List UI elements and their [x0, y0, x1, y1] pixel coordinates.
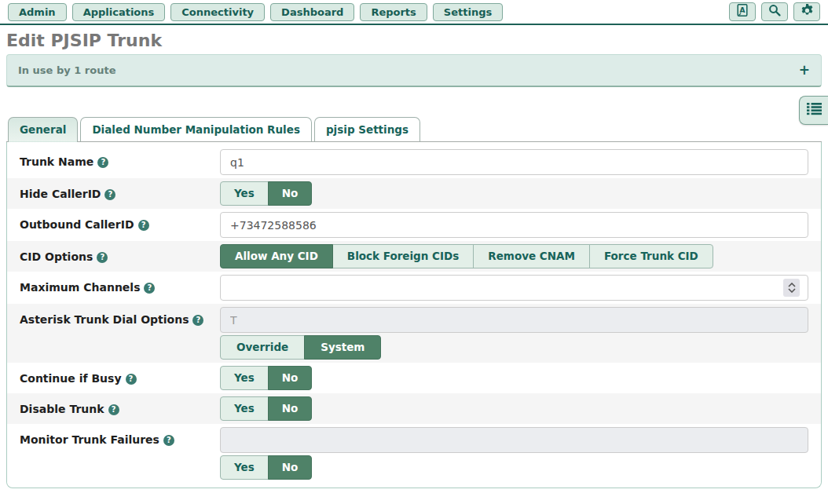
cid-option-block-foreign-cids[interactable]: Block Foreign CIDs: [332, 244, 474, 268]
trunk-name-input[interactable]: [220, 149, 808, 175]
in-use-notice-text: In use by 1 route: [18, 64, 799, 76]
in-use-notice[interactable]: In use by 1 route +: [6, 54, 822, 87]
outbound-callerid-input[interactable]: [220, 212, 808, 238]
monitor-trunk-failures-input: [220, 427, 808, 453]
continue-if-busy-no-button[interactable]: No: [268, 366, 313, 390]
help-icon[interactable]: [163, 435, 174, 446]
cid-option-allow-any-cid[interactable]: Allow Any CID: [220, 244, 333, 268]
hide-callerid-toggle: Yes No: [220, 181, 312, 206]
cid-options-label: CID Options: [20, 244, 220, 268]
cid-option-remove-cnam[interactable]: Remove CNAM: [473, 244, 590, 268]
row-hide-callerid: Hide CallerID Yes No: [7, 178, 821, 209]
hide-callerid-label-text: Hide CallerID: [20, 188, 101, 200]
cid-option-force-trunk-cid[interactable]: Force Trunk CID: [589, 244, 713, 268]
expand-plus-icon[interactable]: +: [799, 64, 810, 77]
row-asterisk-trunk-dial-options: Asterisk Trunk Dial Options Override Sys…: [7, 304, 821, 363]
nav-admin[interactable]: Admin: [8, 3, 67, 21]
help-icon[interactable]: [192, 315, 203, 326]
help-icon[interactable]: [108, 404, 119, 415]
search-icon: [768, 4, 781, 20]
trunk-name-label-text: Trunk Name: [20, 155, 93, 168]
monitor-trunk-failures-yes-button[interactable]: Yes: [220, 455, 269, 480]
trunk-name-label: Trunk Name: [20, 149, 220, 175]
settings-gear-button[interactable]: [793, 2, 820, 21]
hide-callerid-yes-button[interactable]: Yes: [220, 181, 269, 206]
list-icon: [807, 102, 822, 119]
continue-if-busy-label: Continue if Busy: [20, 366, 220, 390]
nav-reports[interactable]: Reports: [360, 3, 427, 21]
row-disable-trunk: Disable Trunk Yes No: [7, 393, 821, 424]
monitor-trunk-failures-no-button[interactable]: No: [268, 455, 313, 480]
disable-trunk-label-text: Disable Trunk: [20, 403, 104, 415]
dial-options-label-text: Asterisk Trunk Dial Options: [20, 313, 189, 326]
dial-options-override-button[interactable]: Override: [220, 335, 305, 360]
row-continue-if-busy: Continue if Busy Yes No: [7, 363, 821, 393]
maximum-channels-label-text: Maximum Channels: [20, 281, 140, 294]
cid-options-label-text: CID Options: [20, 250, 93, 263]
nav-settings[interactable]: Settings: [433, 3, 503, 21]
hide-callerid-label: Hide CallerID: [20, 181, 220, 206]
dial-options-label: Asterisk Trunk Dial Options: [20, 307, 220, 360]
outbound-callerid-label: Outbound CallerID: [20, 212, 220, 238]
cid-options-group: Allow Any CID Block Foreign CIDs Remove …: [220, 244, 713, 268]
language-icon: A: [735, 3, 749, 20]
tab-general[interactable]: General: [8, 117, 78, 142]
row-outbound-callerid: Outbound CallerID: [7, 209, 821, 241]
help-icon[interactable]: [144, 283, 155, 294]
row-trunk-name: Trunk Name: [7, 146, 821, 178]
tab-bar: General Dialed Number Manipulation Rules…: [6, 117, 822, 142]
dial-options-system-button[interactable]: System: [304, 335, 381, 360]
help-icon[interactable]: [104, 189, 115, 200]
help-icon[interactable]: [97, 252, 108, 263]
help-icon[interactable]: [126, 374, 137, 385]
tab-pjsip-settings[interactable]: pjsip Settings: [314, 117, 420, 142]
row-maximum-channels: Maximum Channels: [7, 272, 821, 304]
dial-options-toggle: Override System: [220, 335, 381, 360]
disable-trunk-no-button[interactable]: No: [268, 396, 313, 421]
monitor-trunk-failures-toggle: Yes No: [220, 455, 312, 480]
nav-applications[interactable]: Applications: [72, 3, 166, 21]
continue-if-busy-label-text: Continue if Busy: [20, 372, 122, 385]
general-tab-panel: Trunk Name Hide CallerID Yes No Outbound…: [6, 142, 822, 488]
row-monitor-trunk-failures: Monitor Trunk Failures Yes No: [7, 424, 821, 483]
disable-trunk-yes-button[interactable]: Yes: [220, 396, 269, 421]
disable-trunk-toggle: Yes No: [220, 396, 312, 421]
outbound-callerid-label-text: Outbound CallerID: [20, 218, 134, 231]
maximum-channels-input[interactable]: [220, 275, 808, 301]
help-icon[interactable]: [138, 220, 149, 231]
search-button[interactable]: [761, 2, 788, 21]
continue-if-busy-yes-button[interactable]: Yes: [220, 366, 269, 390]
continue-if-busy-toggle: Yes No: [220, 366, 312, 390]
number-spinner[interactable]: [783, 279, 800, 297]
top-navbar: Admin Applications Connectivity Dashboar…: [0, 0, 828, 25]
language-button[interactable]: A: [729, 2, 756, 21]
tab-dialed-number-manipulation-rules[interactable]: Dialed Number Manipulation Rules: [80, 117, 312, 142]
nav-dashboard[interactable]: Dashboard: [270, 3, 354, 21]
side-list-button[interactable]: [799, 96, 828, 125]
disable-trunk-label: Disable Trunk: [20, 396, 220, 421]
monitor-trunk-failures-label: Monitor Trunk Failures: [20, 427, 220, 480]
row-cid-options: CID Options Allow Any CID Block Foreign …: [7, 241, 821, 272]
monitor-trunk-failures-label-text: Monitor Trunk Failures: [20, 433, 159, 446]
gear-icon: [801, 4, 814, 20]
help-icon[interactable]: [97, 157, 108, 168]
dial-options-input: [220, 307, 808, 333]
nav-connectivity[interactable]: Connectivity: [170, 3, 265, 21]
page-title: Edit PJSIP Trunk: [6, 31, 822, 50]
maximum-channels-label: Maximum Channels: [20, 275, 220, 301]
hide-callerid-no-button[interactable]: No: [268, 181, 313, 206]
